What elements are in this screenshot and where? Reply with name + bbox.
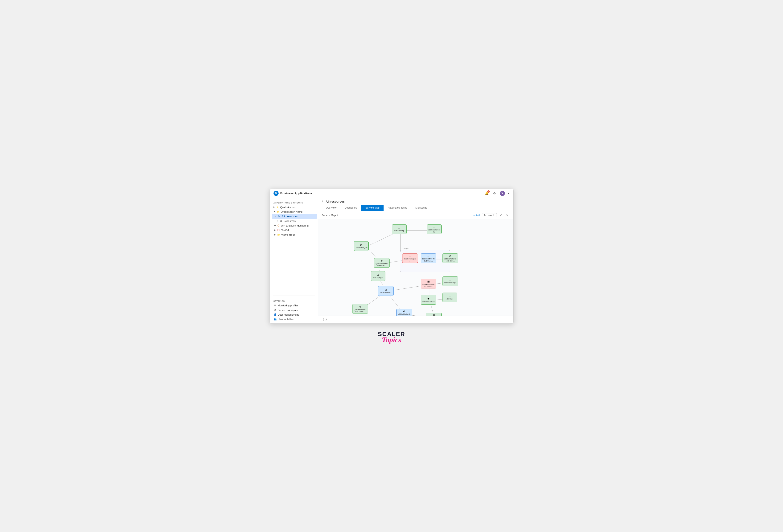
node-label: sl360-d14c0a8-2-c021-44d0... (398, 313, 410, 315)
sidebar-item-label: Viswa-group (281, 233, 295, 236)
resources-icon: ⊞ (279, 220, 282, 222)
sidebar-item-label: Organisation Name (281, 210, 303, 213)
topics-label: Topics (382, 336, 401, 343)
sidebar-item-label: Resources (284, 220, 296, 222)
node-copypipeline[interactable]: ⇄ CopyPipeline_1ie (354, 241, 369, 251)
tab-monitoring[interactable]: Monitoring (411, 205, 432, 211)
node-queued-gen-top[interactable]: ◈ QueuedGenerationsOrchest... (374, 258, 389, 268)
sidebar-item-all-resources[interactable]: ▼ 🗂 All resources (272, 214, 317, 219)
node-132635c[interactable]: ☰ 132635c0f7e64f28ed950we... (420, 253, 436, 263)
node-sl360casthttp[interactable]: ☰ sl360CastHttp (392, 224, 407, 234)
sidebar-item-quick-access[interactable]: ▶ ⚡ Quick Access (271, 205, 317, 210)
user-management-icon: 👤 (274, 313, 277, 316)
node-icon: ☰ (449, 279, 451, 282)
node-queued-gen-bot[interactable]: ◈ QueuedGenerationsOrchest... (352, 304, 368, 314)
tab-automated-tasks[interactable]: Automated Tasks (383, 205, 411, 211)
next-arrow[interactable]: 》 (325, 318, 328, 322)
node-label: sl360CastHttp (394, 230, 404, 232)
sidebar-item-label: Monitoring profiles (278, 304, 299, 307)
sidebar-item-label: API Endpoint Monitoring (281, 224, 309, 227)
sidebar-item-label: User activities (278, 318, 293, 321)
title-bar-left: O Business Applications (274, 191, 312, 196)
map-type-label: Service Map (322, 214, 336, 217)
settings-icon[interactable]: ⚙ (492, 191, 497, 196)
avatar[interactable]: V (500, 191, 505, 196)
chevron-icon: ▼ (274, 211, 275, 213)
node-icon: ◈ (381, 259, 383, 262)
node-label: QueuedGenerationsOrchest... (375, 263, 388, 267)
chevron-icon: ▶ (275, 224, 276, 226)
sidebar-section-settings: SETTINGS (270, 298, 318, 303)
folder-icon: 📁 (277, 233, 280, 236)
node-label: sl360-d14c0u8-2-c039-44d0... (444, 258, 457, 262)
tab-overview[interactable]: Overview (322, 205, 341, 211)
add-button[interactable]: + Add (473, 214, 480, 217)
sidebar-item-user-activities[interactable]: 👥 User activities (271, 317, 317, 322)
app-window: O Business Applications 🔔 2 ⚙ V ▼ APPLIC… (270, 189, 514, 324)
node-sl300cloud[interactable]: ☰ sl300cloud-svc-info (427, 224, 442, 234)
service-map-canvas: Group1 ☰ sl360CastHttp ☰ sl300cloud-svc-… (318, 219, 513, 316)
node-icon: ▦ (427, 280, 430, 283)
node-icon: ☰ (427, 255, 430, 258)
sidebar-item-api-endpoint[interactable]: ▶ ⬡ API Endpoint Monitoring (272, 223, 317, 228)
node-label: sl300cloud-svc-info (428, 229, 440, 233)
sidebar-item-org[interactable]: ▼ 📁 Organisation Name (271, 210, 317, 214)
quick-access-icon: ⚡ (276, 206, 279, 208)
sidebar-item-service-principals[interactable]: ⊕ Service principals (271, 308, 317, 312)
node-label: flow14855808-4e87747yam... (422, 283, 435, 287)
node-astrodelete[interactable]: ☰ astroDeleteTopic (442, 277, 458, 286)
node-icon: ⊟ (385, 288, 387, 291)
content-area: 🗂 All resources Overview Dashboard Servi… (318, 198, 513, 323)
chevron-icon: ▶ (275, 229, 276, 231)
nav-arrows: 《 》 (318, 316, 513, 323)
sidebar: APPLICATIONS & GROUPS ▶ ⚡ Quick Access ▼… (270, 198, 318, 323)
toolbar: Service Map ▼ + Add Actions ▼ ⤢ ↻ (318, 211, 513, 219)
map-type-dropdown[interactable]: Service Map ▼ (322, 214, 339, 217)
node-308a8e9c[interactable]: ▦ 308a8e9c-b3f5-43d5-8ab1-f... (426, 313, 442, 316)
chevron-down-icon: ▼ (493, 214, 495, 216)
node-icon: ☰ (449, 295, 451, 298)
sidebar-item-viswa-group[interactable]: ▶ 📁 Viswa-group (272, 232, 317, 237)
node-sl360-bot-blue[interactable]: ⊕ sl360-d14c0a8-2-c021-44d0... (397, 309, 412, 316)
node-label: sl360test (446, 298, 453, 300)
expand-icon[interactable]: ⤢ (499, 213, 503, 218)
sidebar-item-testba[interactable]: ▶ ❏ TestBA (272, 228, 317, 232)
node-icon: ☰ (433, 226, 435, 228)
folder-icon: 📁 (276, 210, 280, 213)
node-flow148[interactable]: ▦ flow14855808-4e87747yam... (420, 279, 436, 288)
chevron-icon: ▶ (274, 206, 275, 208)
chevron-icon: ▶ (277, 220, 278, 222)
sidebar-item-user-management[interactable]: 👤 User management (271, 312, 317, 317)
node-icon: ☰ (409, 255, 411, 258)
node-sl360topana[interactable]: ◈ sl360topanalytics (420, 295, 436, 305)
node-icon: ☰ (398, 226, 400, 229)
actions-button[interactable]: Actions ▼ (482, 213, 497, 217)
node-sl360apiapps[interactable]: ⊟ sl360Apiapps (371, 271, 385, 281)
node-namespaceheck[interactable]: ⊟ namespaceheck (378, 286, 394, 296)
node-icon: ⊕ (449, 255, 451, 258)
node-sl360-d14c[interactable]: ⊕ sl360-d14c0u8-2-c039-44d0... (442, 253, 458, 263)
page-title-icon: 🗂 (322, 200, 324, 203)
tab-dashboard[interactable]: Dashboard (341, 205, 361, 211)
node-icon: ◈ (359, 305, 361, 308)
node-label: namespaceheck (380, 292, 392, 293)
service-principals-icon: ⊕ (274, 309, 277, 311)
chevron-icon: ▶ (275, 234, 276, 236)
prev-arrow[interactable]: 《 (321, 318, 324, 322)
node-sl360test[interactable]: ☰ sl360test (442, 292, 457, 302)
api-icon: ⬡ (277, 224, 280, 227)
node-label: cloudBottomqueue (404, 258, 416, 262)
node-cloudbottomqueue[interactable]: ☰ cloudBottomqueue (402, 253, 418, 263)
sidebar-item-resources[interactable]: ▶ ⊞ Resources (274, 219, 317, 223)
notifications-icon[interactable]: 🔔 2 (484, 191, 489, 196)
refresh-icon[interactable]: ↻ (505, 213, 510, 218)
sidebar-item-monitoring-profiles[interactable]: 👁 Monitoring profiles (271, 303, 317, 308)
chevron-down-icon: ▼ (508, 192, 510, 194)
node-label: sl360Apiapps (373, 277, 383, 279)
sidebar-divider (273, 295, 315, 296)
page-title: 🗂 All resources (322, 200, 510, 205)
tab-service-map[interactable]: Service Map (361, 205, 383, 211)
node-label: 132635c0f7e64f28ed950we... (422, 258, 435, 262)
tabs: Overview Dashboard Service Map Automated… (322, 205, 510, 211)
toolbar-right: + Add Actions ▼ ⤢ ↻ (473, 213, 509, 218)
